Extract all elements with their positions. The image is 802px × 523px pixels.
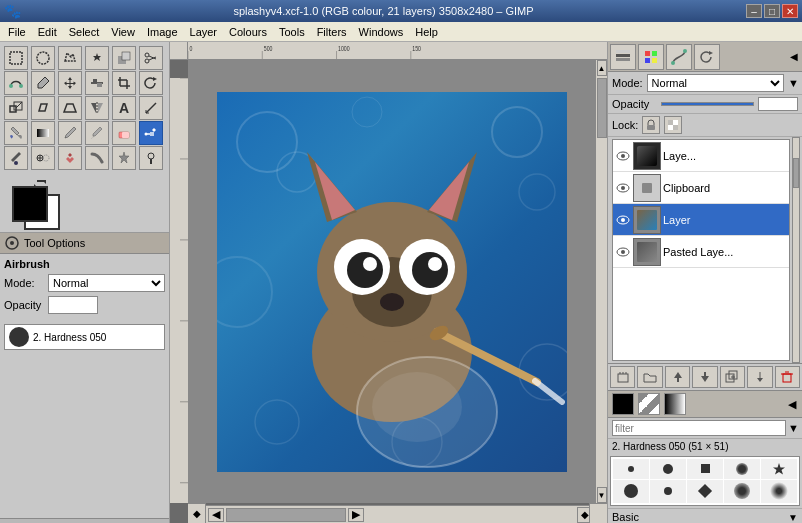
brush-cell[interactable] <box>650 459 686 479</box>
brush-filter-input[interactable]: filter <box>612 420 786 436</box>
airbrush-tool[interactable] <box>139 121 163 145</box>
layers-scroll-thumb[interactable] <box>793 158 799 188</box>
menu-item-help[interactable]: Help <box>409 24 444 40</box>
dodge-burn-tool[interactable] <box>139 146 163 170</box>
opacity-input[interactable]: 100,0 <box>48 296 98 314</box>
vscroll-thumb[interactable] <box>597 78 607 138</box>
layer-visibility-icon[interactable] <box>615 212 631 228</box>
layer-row[interactable]: Pasted Laye... <box>613 236 789 268</box>
close-button[interactable]: ✕ <box>782 4 798 18</box>
layers-mode-icon[interactable] <box>610 44 636 70</box>
vscroll-down-btn[interactable]: ▼ <box>597 487 607 503</box>
move-tool[interactable] <box>58 71 82 95</box>
brush-cell[interactable] <box>613 459 649 479</box>
hscroll-right-btn[interactable]: ▶ <box>348 508 364 522</box>
menu-item-select[interactable]: Select <box>63 24 106 40</box>
lock-pixels-icon[interactable] <box>642 116 660 134</box>
layers-opacity-slider[interactable] <box>661 102 754 106</box>
color-picker-tool[interactable] <box>31 71 55 95</box>
rotate-tool[interactable] <box>139 71 163 95</box>
scale-tool[interactable] <box>4 96 28 120</box>
hscroll-thumb[interactable] <box>226 508 346 522</box>
brush-cell[interactable] <box>650 480 686 504</box>
brush-cell[interactable] <box>724 480 760 504</box>
menu-item-windows[interactable]: Windows <box>353 24 410 40</box>
tool-options-header[interactable]: Tool Options <box>0 233 169 254</box>
menu-item-layer[interactable]: Layer <box>184 24 224 40</box>
minimize-button[interactable]: – <box>746 4 762 18</box>
vscroll-up-btn[interactable]: ▲ <box>597 60 607 76</box>
paths-tool[interactable] <box>4 71 28 95</box>
layer-visibility-icon[interactable] <box>615 244 631 260</box>
align-tool[interactable] <box>85 71 109 95</box>
layers-mode-select[interactable]: Normal <box>647 74 784 92</box>
menu-item-colours[interactable]: Colours <box>223 24 273 40</box>
measure-tool[interactable] <box>139 96 163 120</box>
colors-header-icon[interactable] <box>638 44 664 70</box>
layer-up-btn[interactable] <box>665 366 690 388</box>
text-tool[interactable]: A <box>112 96 136 120</box>
merge-down-btn[interactable] <box>747 366 772 388</box>
layers-opacity-value[interactable]: 100,0 <box>758 97 798 111</box>
brush-cell[interactable] <box>761 459 797 479</box>
crop-tool[interactable] <box>112 71 136 95</box>
menu-item-image[interactable]: Image <box>141 24 184 40</box>
maximize-button[interactable]: □ <box>764 4 780 18</box>
brushes-expand-icon[interactable]: ◀ <box>788 398 798 411</box>
layer-visibility-icon[interactable] <box>615 180 631 196</box>
undo-history-icon[interactable] <box>694 44 720 70</box>
fuzzy-select-tool[interactable] <box>85 46 109 70</box>
bg-brush-swatch[interactable] <box>638 393 660 415</box>
open-layer-btn[interactable] <box>637 366 662 388</box>
fg-brush-swatch[interactable] <box>612 393 634 415</box>
brush-cell[interactable] <box>724 459 760 479</box>
brush-cell[interactable] <box>761 480 797 504</box>
menu-item-filters[interactable]: Filters <box>311 24 353 40</box>
shear-tool[interactable] <box>31 96 55 120</box>
scissors-tool[interactable] <box>139 46 163 70</box>
eraser-tool[interactable] <box>112 121 136 145</box>
mode-select[interactable]: Normal <box>48 274 165 292</box>
perspective-tool[interactable] <box>58 96 82 120</box>
layer-row-active[interactable]: Layer <box>613 204 789 236</box>
blend-tool[interactable] <box>31 121 55 145</box>
layer-row[interactable]: Laye... <box>613 140 789 172</box>
clone-tool[interactable] <box>31 146 55 170</box>
brushes-filter-expand[interactable]: ▼ <box>788 422 798 434</box>
mode-expand-icon[interactable]: ▼ <box>788 77 798 89</box>
paintbrush-tool[interactable] <box>85 121 109 145</box>
horizontal-scrollbar[interactable]: ◆ ◀ ▶ ◆ <box>188 505 595 523</box>
menu-item-file[interactable]: File <box>2 24 32 40</box>
pencil-tool[interactable] <box>58 121 82 145</box>
new-layer-btn[interactable] <box>610 366 635 388</box>
rect-select-tool[interactable] <box>4 46 28 70</box>
brush-cell[interactable] <box>687 480 723 504</box>
ink-tool[interactable] <box>4 146 28 170</box>
menu-item-view[interactable]: View <box>105 24 141 40</box>
heal-tool[interactable] <box>58 146 82 170</box>
nav-icon[interactable]: ◆ <box>188 503 206 523</box>
color-select-tool[interactable] <box>112 46 136 70</box>
vertical-scrollbar[interactable]: ▲ ▼ <box>595 60 607 503</box>
layers-scrollbar[interactable] <box>792 137 800 363</box>
panel-expand-btn[interactable]: ◀ <box>790 51 800 62</box>
brush-cell[interactable] <box>687 459 723 479</box>
flip-tool[interactable] <box>85 96 109 120</box>
delete-layer-btn[interactable] <box>775 366 800 388</box>
brush-type-expand[interactable]: ▼ <box>788 512 798 523</box>
smudge-tool[interactable] <box>85 146 109 170</box>
gradient-swatch[interactable] <box>664 393 686 415</box>
layers-list[interactable]: Laye... Clipboard <box>612 139 790 361</box>
layer-row[interactable]: Clipboard <box>613 172 789 204</box>
bucket-fill-tool[interactable] <box>4 121 28 145</box>
paths-header-icon[interactable] <box>666 44 692 70</box>
sharpen-tool[interactable] <box>112 146 136 170</box>
layer-visibility-icon[interactable] <box>615 148 631 164</box>
free-select-tool[interactable] <box>58 46 82 70</box>
swap-colors-icon[interactable] <box>32 178 48 190</box>
menu-item-edit[interactable]: Edit <box>32 24 63 40</box>
brush-preview[interactable]: 2. Hardness 050 <box>4 324 165 350</box>
brush-cell[interactable] <box>613 480 649 504</box>
hscroll-left-btn[interactable]: ◀ <box>208 508 224 522</box>
ellipse-select-tool[interactable] <box>31 46 55 70</box>
